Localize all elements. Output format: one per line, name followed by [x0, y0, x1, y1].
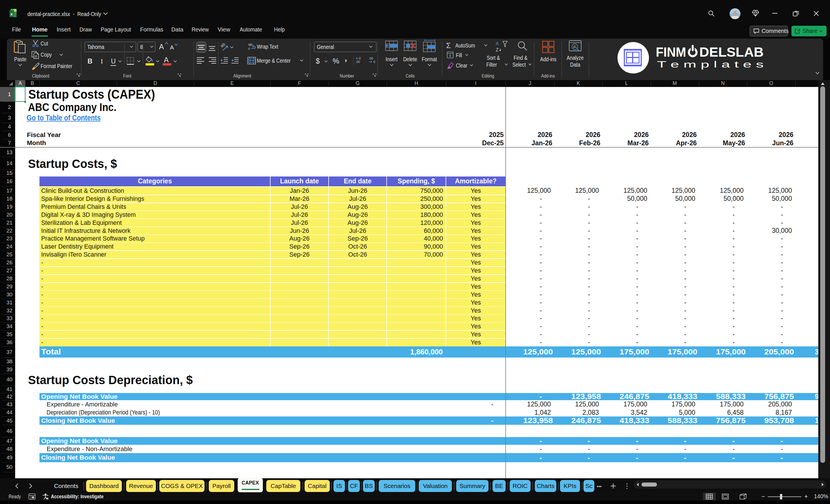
svg-text:A: A — [496, 41, 499, 46]
svg-text:.00: .00 — [369, 57, 373, 60]
svg-text:ab: ab — [219, 41, 226, 48]
svg-text:ab: ab — [248, 42, 252, 46]
svg-text:.00: .00 — [355, 60, 360, 63]
svg-text:Z: Z — [496, 47, 499, 53]
svg-text:c: c — [248, 46, 250, 51]
svg-text:0: 0 — [374, 60, 375, 63]
svg-text:0: 0 — [359, 57, 361, 60]
svg-text:x: x — [10, 11, 13, 16]
